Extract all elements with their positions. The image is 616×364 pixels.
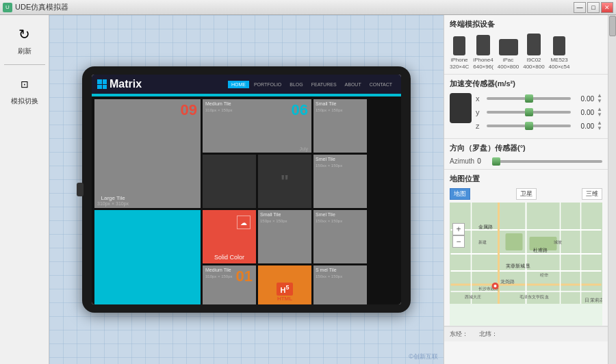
- window-controls: — □ ✕: [574, 2, 613, 13]
- accel-x-slider[interactable]: [487, 97, 571, 100]
- svg-text:新建: 新建: [478, 239, 487, 244]
- device-iphone4[interactable]: iPhone4640×96(: [473, 35, 493, 70]
- map-svg: 金属路 杜甫路 芙蓉新城 垦 龙尧路 新建 城坡 经华 长沙市政府 毛泽东文学院…: [450, 203, 602, 304]
- device-iphone[interactable]: iPhone320×4C: [450, 36, 469, 70]
- lng-label: 东经：: [450, 330, 468, 339]
- scrollbar[interactable]: [608, 15, 616, 364]
- device-i9c02-icon: [527, 34, 541, 55]
- device-i9c02[interactable]: I9C02400×800: [523, 34, 544, 70]
- accel-z-value: 0.00: [574, 122, 594, 130]
- refresh-label: 刷新: [18, 47, 31, 56]
- map-type-3d[interactable]: 三维: [582, 188, 602, 200]
- tile-dark-1[interactable]: [203, 155, 256, 208]
- nav-contact[interactable]: CONTACT: [366, 81, 396, 88]
- azimuth-row: Azimuth 0: [450, 157, 602, 165]
- device-me523[interactable]: ME523400×c54: [549, 36, 570, 70]
- azimuth-label: Azimuth: [450, 157, 474, 165]
- tile-icon: ☁: [237, 216, 251, 229]
- zoom-out-button[interactable]: −: [452, 235, 465, 248]
- nav-blog[interactable]: BLOG: [286, 81, 306, 88]
- tile-solid-color[interactable]: Solid Color ☁: [203, 210, 256, 263]
- map-container: + −: [450, 203, 602, 326]
- device-list: iPhone320×4C iPhone4640×96( iPac400×800 …: [450, 34, 602, 70]
- windows-logo-icon: [97, 79, 107, 89]
- coords-row: 东经： 北纬：: [444, 326, 608, 341]
- scroll-thumb[interactable]: [609, 16, 616, 36]
- tile-solid-label: Solid Color: [214, 254, 244, 261]
- svg-text:杜甫路: 杜甫路: [533, 248, 548, 252]
- tile-small-1[interactable]: Small Tile 150px × 150px: [313, 99, 367, 153]
- azimuth-section: 方向（罗盘）传感器(°) Azimuth 0: [444, 139, 608, 170]
- accel-y-arrows: ▲ ▼: [597, 107, 602, 118]
- map-section: 地图位置 地图 卫星 三维 + −: [444, 170, 608, 326]
- zoom-in-button[interactable]: +: [452, 223, 465, 235]
- svg-text:城坡: 城坡: [553, 240, 562, 244]
- right-panel: 终端模拟设备 iPhone320×4C iPhone4640×96( iPac4…: [444, 15, 608, 364]
- title-bar: U UDE仿真模拟器 — □ ✕: [0, 0, 616, 15]
- refresh-icon: ↻: [14, 23, 36, 45]
- switch-label: 模拟切换: [11, 96, 38, 106]
- app-icon: U: [3, 3, 12, 12]
- map-type-map[interactable]: 地图: [450, 188, 470, 200]
- sidebar-divider: [4, 64, 45, 65]
- device-ipad[interactable]: iPac400×800: [498, 39, 519, 70]
- svg-text:西城大庄: 西城大庄: [465, 294, 481, 299]
- tile-quote[interactable]: ": [258, 155, 311, 208]
- device-iphone-icon: [453, 36, 465, 55]
- nav-portfolio[interactable]: PORTFOLIO: [251, 81, 285, 88]
- svg-text:日 茉莉花底院酒店: 日 茉莉花底院酒店: [585, 298, 603, 302]
- device-ipad-icon: [499, 39, 518, 55]
- svg-text:经华: 经华: [540, 273, 548, 277]
- azimuth-value: 0: [477, 157, 493, 165]
- close-button[interactable]: ✕: [601, 2, 613, 13]
- tile-large[interactable]: 09 Large Tile 310px × 310px: [94, 99, 201, 208]
- accel-y-value: 0.00: [574, 109, 594, 116]
- tile-small-4[interactable]: Smel Tile 150xx × 150px: [313, 210, 367, 263]
- switch-button[interactable]: ⊡ 模拟切换: [8, 70, 41, 109]
- accel-z-slider[interactable]: [487, 125, 571, 127]
- tile-large-label: Large Tile 310px × 310px: [97, 195, 129, 206]
- svg-point-24: [494, 285, 497, 287]
- site-logo: Matrix: [97, 78, 142, 90]
- quote-icon: ": [281, 171, 289, 192]
- accel-x-row: x 0.00 ▲ ▼: [476, 93, 602, 104]
- tile-cyan-large[interactable]: [94, 210, 201, 304]
- nav-home[interactable]: HOME: [228, 81, 249, 88]
- tile-html5[interactable]: H5 HTML: [258, 265, 311, 304]
- refresh-button[interactable]: ↻ 刷新: [11, 21, 38, 59]
- map-type-satellite[interactable]: 卫星: [516, 188, 537, 200]
- accel-y-slider[interactable]: [487, 111, 571, 114]
- center-content: Matrix HOME PORTFOLIO BLOG FEATURES ABOU…: [49, 15, 444, 364]
- accel-device-icon: [450, 93, 472, 123]
- map-zoom-controls: + −: [452, 223, 465, 248]
- tablet-device: Matrix HOME PORTFOLIO BLOG FEATURES ABOU…: [82, 66, 411, 313]
- svg-rect-11: [506, 233, 523, 250]
- tile-medium-2[interactable]: Medium Tile 310px × 150px 01 June: [203, 265, 256, 304]
- title-bar-left: U UDE仿真模拟器: [3, 2, 68, 12]
- accel-z-row: z 0.00 ▲ ▼: [476, 120, 602, 131]
- site-header: Matrix HOME PORTFOLIO BLOG FEATURES ABOU…: [92, 75, 401, 94]
- tile-medium-1[interactable]: Medium Tile 310px × 150px 06 July: [203, 99, 311, 153]
- tile-small-5[interactable]: S mel Tile 150xx × 150px: [313, 265, 367, 304]
- svg-text:芙蓉新城 垦: 芙蓉新城 垦: [506, 263, 531, 268]
- maximize-button[interactable]: □: [587, 2, 600, 13]
- tile-small-3[interactable]: Small Tile 150px × 150px: [258, 210, 311, 263]
- nav-about[interactable]: ABOUT: [342, 81, 365, 88]
- svg-text:毛泽东文学院 血: 毛泽东文学院 血: [519, 294, 550, 299]
- accel-y-row: y 0.00 ▲ ▼: [476, 107, 602, 118]
- nav-features[interactable]: FEATURES: [308, 81, 340, 88]
- tile-medium-1-number: 06: [292, 101, 308, 119]
- tile-small-2[interactable]: Smel Tile 150xx × 150px: [313, 155, 367, 208]
- tablet-home-button[interactable]: [77, 183, 84, 196]
- tile-grid-wrapper: 09 Large Tile 310px × 310px Medium Tile …: [92, 96, 401, 304]
- minimize-button[interactable]: —: [574, 2, 586, 13]
- left-sidebar: ↻ 刷新 ⊡ 模拟切换: [0, 15, 49, 364]
- accel-z-label: z: [476, 122, 484, 130]
- accel-section-title: 加速变传感器(m/s²): [450, 79, 602, 89]
- accel-section: 加速变传感器(m/s²) x 0.00 ▲: [444, 75, 608, 139]
- app-title: UDE仿真模拟器: [15, 2, 68, 12]
- device-section: 终端模拟设备 iPhone320×4C iPhone4640×96( iPac4…: [444, 15, 608, 75]
- svg-text:金属路: 金属路: [478, 224, 493, 229]
- tile-grid: 09 Large Tile 310px × 310px Medium Tile …: [92, 96, 401, 304]
- azimuth-slider[interactable]: [496, 160, 602, 163]
